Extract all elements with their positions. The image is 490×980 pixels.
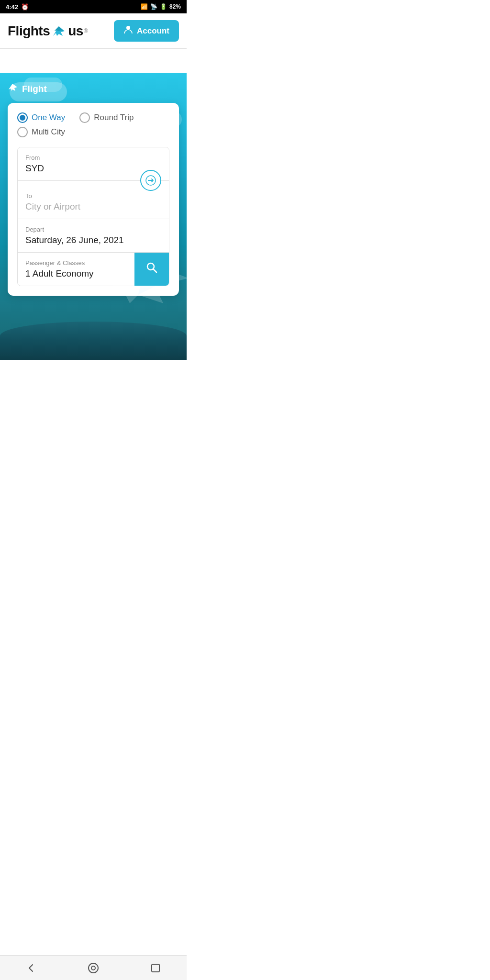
logo-sup: ® (84, 28, 88, 34)
header: Flights us® Account (0, 13, 187, 49)
status-icons: 📶 📡 🔋 82% (141, 3, 181, 10)
one-way-option[interactable]: One Way (17, 112, 65, 123)
tarmac (0, 322, 187, 360)
status-bar: 4:42 ⏰ 📶 📡 🔋 82% (0, 0, 187, 13)
multi-city-label: Multi City (32, 127, 65, 137)
trip-type-row-2[interactable]: Multi City (17, 127, 169, 137)
alarm-icon: ⏰ (21, 3, 29, 11)
from-value: SYD (25, 163, 161, 174)
time: 4:42 (6, 3, 18, 11)
depart-label: Depart (25, 226, 161, 233)
cloud-3 (134, 111, 182, 128)
search-button[interactable] (134, 253, 169, 286)
cloud-2 (24, 78, 62, 92)
round-trip-option[interactable]: Round Trip (79, 112, 134, 123)
main-background: Flight One Way Round Trip Multi Ci (0, 73, 187, 360)
form-fields: From SYD To City or Airport (17, 147, 169, 286)
passenger-info[interactable]: Passenger & Classes 1 Adult Economy (18, 253, 134, 286)
one-way-label: One Way (32, 113, 65, 122)
banner (0, 49, 187, 73)
svg-point-0 (126, 26, 130, 30)
passenger-label: Passenger & Classes (25, 259, 127, 267)
depart-value: Saturday, 26 June, 2021 (25, 235, 161, 245)
search-card: One Way Round Trip Multi City From SYD (8, 103, 179, 296)
account-button[interactable]: Account (114, 20, 179, 42)
swap-button[interactable] (140, 170, 161, 191)
search-icon (145, 261, 158, 278)
app-logo: Flights us® (8, 23, 88, 39)
account-label: Account (137, 26, 169, 36)
status-time: 4:42 ⏰ (6, 3, 29, 11)
from-label: From (25, 154, 161, 161)
logo-icon (51, 24, 67, 38)
battery-percent: 82% (169, 3, 181, 10)
flight-section: Flight One Way Round Trip Multi Ci (0, 73, 187, 296)
wifi-icon: 📶 (141, 3, 148, 10)
one-way-radio[interactable] (17, 112, 28, 123)
round-trip-label: Round Trip (94, 113, 134, 122)
logo-text-prefix: Flights (8, 23, 50, 39)
passenger-field[interactable]: Passenger & Classes 1 Adult Economy (18, 253, 169, 286)
person-icon (123, 25, 133, 37)
logo-text-suffix: us (68, 23, 83, 39)
passenger-value: 1 Adult Economy (25, 268, 127, 279)
round-trip-radio[interactable] (79, 112, 90, 123)
to-label: To (25, 192, 161, 200)
battery-icon: 🔋 (160, 3, 167, 10)
signal-icon: 📡 (150, 3, 157, 10)
to-value: City or Airport (25, 201, 161, 212)
depart-field[interactable]: Depart Saturday, 26 June, 2021 (18, 219, 169, 253)
from-field[interactable]: From SYD (18, 147, 169, 181)
multi-city-radio[interactable] (17, 127, 28, 137)
svg-line-4 (153, 269, 156, 272)
